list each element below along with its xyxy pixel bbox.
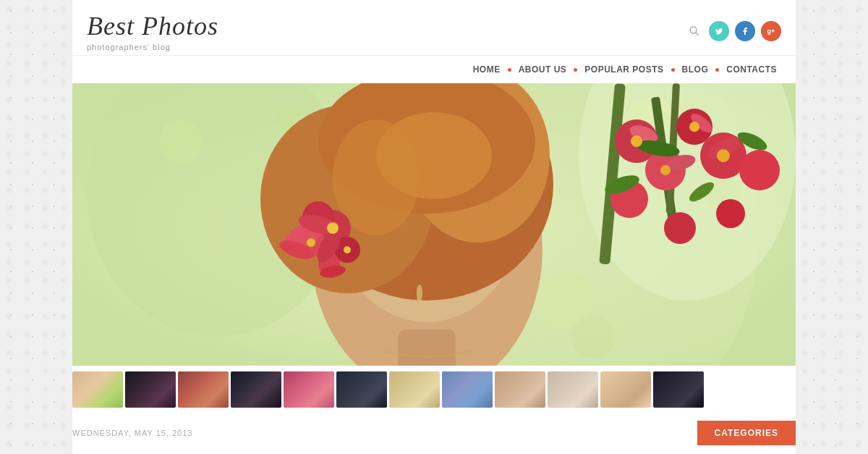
right-decoration xyxy=(796,0,868,454)
svg-point-52 xyxy=(631,135,642,147)
thumbnail-2[interactable] xyxy=(125,371,176,408)
navigation: HOME ABOUT US POPULAR POSTS BLOG CONTACT… xyxy=(72,55,796,83)
svg-point-51 xyxy=(344,246,351,253)
svg-point-37 xyxy=(739,150,780,190)
google-button[interactable]: g+ xyxy=(761,21,781,41)
header: Best Photos photographers' blog xyxy=(72,0,796,55)
svg-point-36 xyxy=(716,199,745,228)
hero-svg xyxy=(72,83,796,366)
thumbnail-5[interactable] xyxy=(284,371,334,408)
facebook-button[interactable] xyxy=(735,21,755,41)
nav-blog[interactable]: BLOG xyxy=(678,62,713,77)
nav-home[interactable]: HOME xyxy=(469,62,505,77)
thumbnail-7[interactable] xyxy=(389,371,440,408)
search-button[interactable] xyxy=(686,22,703,40)
hero-image-container xyxy=(72,83,796,366)
nav-dot-4 xyxy=(715,68,719,72)
thumbnail-11[interactable] xyxy=(600,371,651,408)
thumbnail-4[interactable] xyxy=(231,371,281,408)
svg-point-34 xyxy=(664,212,696,244)
svg-point-53 xyxy=(660,165,671,175)
hero-image xyxy=(72,83,796,366)
google-label: g+ xyxy=(767,28,775,35)
site-title[interactable]: Best Photos xyxy=(87,11,218,41)
svg-point-54 xyxy=(689,122,699,132)
nav-about[interactable]: ABOUT US xyxy=(514,62,571,77)
svg-point-55 xyxy=(717,149,730,162)
svg-rect-12 xyxy=(398,329,456,366)
svg-line-1 xyxy=(696,33,699,35)
logo-area: Best Photos photographers' blog xyxy=(87,11,218,51)
thumbnail-strip xyxy=(72,366,796,413)
thumbnail-8[interactable] xyxy=(442,371,493,408)
thumbnail-12[interactable] xyxy=(653,371,704,408)
bottom-section: WEDNESDAY, MAY 15, 2013 CATEGORIES xyxy=(72,413,796,453)
thumbnail-10[interactable] xyxy=(548,371,598,408)
nav-popular[interactable]: POPULAR POSTS xyxy=(580,62,668,77)
nav-dot-1 xyxy=(508,68,511,72)
nav-dot-3 xyxy=(671,68,675,72)
svg-point-46 xyxy=(417,285,422,302)
svg-point-6 xyxy=(159,119,203,163)
twitter-button[interactable] xyxy=(709,21,729,41)
thumbnail-3[interactable] xyxy=(178,371,229,408)
svg-point-57 xyxy=(571,315,615,358)
nav-contacts[interactable]: CONTACTS xyxy=(722,62,781,77)
site-subtitle: photographers' blog xyxy=(87,43,218,51)
thumbnail-9[interactable] xyxy=(495,371,545,408)
nav-dot-2 xyxy=(574,68,577,72)
svg-point-49 xyxy=(327,222,339,234)
left-decoration xyxy=(0,0,72,454)
header-right: g+ xyxy=(686,21,781,41)
post-date: WEDNESDAY, MAY 15, 2013 xyxy=(72,429,192,437)
svg-point-0 xyxy=(690,27,697,33)
svg-point-50 xyxy=(307,238,315,247)
thumbnail-1[interactable] xyxy=(72,371,123,408)
thumbnail-6[interactable] xyxy=(336,371,387,408)
categories-button[interactable]: CATEGORIES xyxy=(697,421,796,445)
